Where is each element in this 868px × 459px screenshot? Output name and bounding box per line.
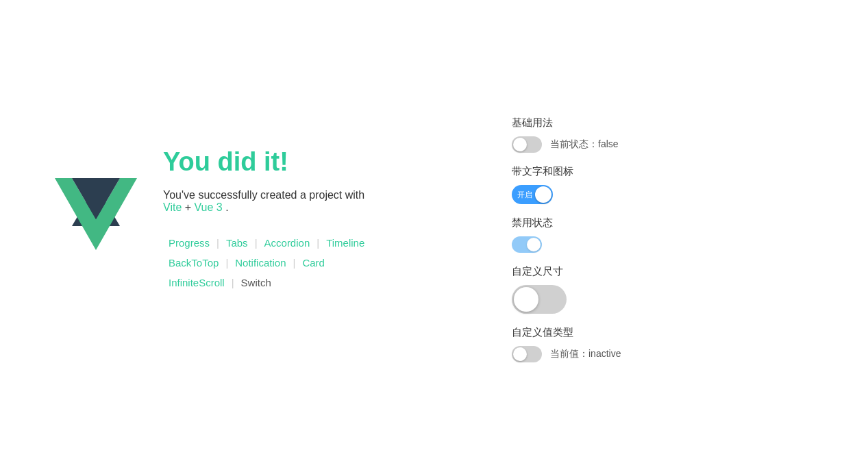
text-content: You did it! You've successfully created … <box>163 147 451 291</box>
section-custom-size: 自定义尺寸 <box>512 265 676 314</box>
toggle-text-icon[interactable]: 开启 <box>512 185 553 204</box>
toggle-row-basic: 当前状态：false <box>512 136 676 153</box>
toggle-value[interactable] <box>512 346 542 362</box>
section-text-icon-title: 带文字和图标 <box>512 165 676 178</box>
value-status: 当前值：inactive <box>550 348 621 360</box>
headline: You did it! <box>163 147 451 177</box>
section-custom-value-title: 自定义值类型 <box>512 326 676 339</box>
links-row: Progress | Tabs | Accordion | Timeline B… <box>163 234 451 291</box>
link-accordion[interactable]: Accordion <box>259 234 316 251</box>
link-card[interactable]: Card <box>297 254 330 271</box>
vue3-link[interactable]: Vue 3 <box>195 201 223 213</box>
link-progress[interactable]: Progress <box>163 234 215 251</box>
plus-text: + <box>185 201 195 213</box>
link-switch[interactable]: Switch <box>236 274 277 291</box>
subtitle: You've successfully created a project wi… <box>163 189 451 214</box>
vite-link[interactable]: Vite <box>163 201 182 213</box>
link-timeline[interactable]: Timeline <box>321 234 370 251</box>
toggle-row-large <box>512 285 676 314</box>
section-custom-value: 自定义值类型 当前值：inactive <box>512 326 676 362</box>
section-disabled: 禁用状态 <box>512 216 676 253</box>
toggle-large[interactable] <box>512 285 567 314</box>
toggle-row-value: 当前值：inactive <box>512 346 676 362</box>
section-basic: 基础用法 当前状态：false <box>512 116 676 153</box>
section-disabled-title: 禁用状态 <box>512 216 676 230</box>
toggle-disabled <box>512 236 542 253</box>
toggle-row-disabled <box>512 236 676 253</box>
vue-logo <box>55 178 137 253</box>
basic-status: 当前状态：false <box>550 138 619 151</box>
section-basic-title: 基础用法 <box>512 116 676 129</box>
toggle-row-text-icon: 开启 <box>512 185 676 204</box>
period: . <box>225 201 228 213</box>
link-backtotop[interactable]: BackToTop <box>163 254 224 271</box>
link-tabs[interactable]: Tabs <box>221 234 253 251</box>
section-text-icon: 带文字和图标 开启 <box>512 165 676 204</box>
subtitle-text: You've successfully created a project wi… <box>163 189 364 201</box>
section-custom-size-title: 自定义尺寸 <box>512 265 676 278</box>
toggle-basic[interactable] <box>512 136 542 153</box>
link-infinitescroll[interactable]: InfiniteScroll <box>163 274 230 291</box>
toggle-on-label: 开启 <box>517 190 532 200</box>
right-panel: 基础用法 当前状态：false 带文字和图标 开启 禁用状态 自定义尺寸 自定义… <box>512 116 676 375</box>
link-notification[interactable]: Notification <box>230 254 291 271</box>
